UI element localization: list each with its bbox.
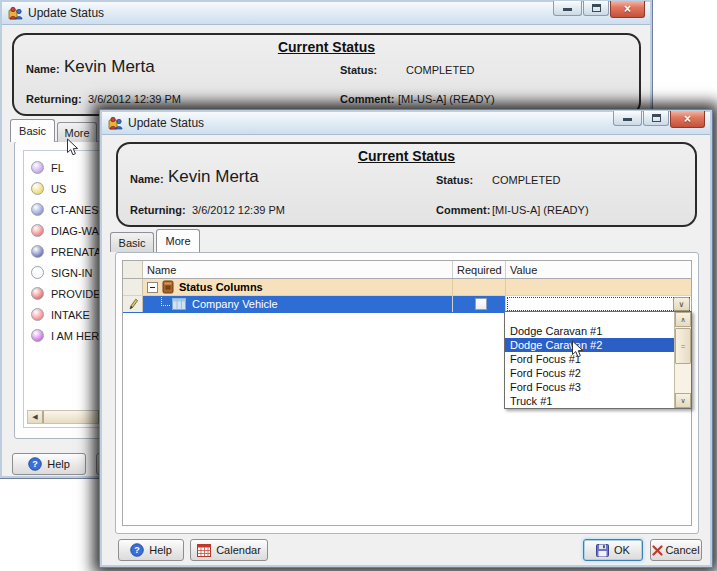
status-color-dot (31, 182, 44, 195)
status-list-item-label: US (51, 183, 66, 195)
ok-button-label: OK (614, 544, 630, 556)
status-list-item-label: FL (51, 162, 64, 174)
ok-button[interactable]: OK (583, 539, 643, 561)
dropdown-option[interactable]: Dodge Caravan #1 (505, 324, 674, 338)
maximize-button[interactable] (583, 1, 609, 16)
dropdown-option[interactable] (505, 312, 674, 324)
group-row-status-columns[interactable]: Status Columns (123, 279, 691, 296)
window-title: Update Status (128, 116, 204, 130)
calendar-button-label: Calendar (216, 544, 261, 556)
help-button-label: Help (47, 458, 70, 470)
current-status-heading: Current Status (14, 39, 639, 55)
row-indicator-cell (123, 296, 143, 312)
svg-text:?: ? (134, 545, 140, 555)
scroll-down-button[interactable]: ∨ (675, 393, 691, 408)
status-color-dot (31, 245, 44, 258)
name-value: Kevin Merta (168, 167, 259, 187)
tab-more[interactable]: More (57, 122, 97, 142)
status-columns-group-icon (162, 280, 174, 294)
group-row-label: Status Columns (179, 281, 263, 293)
cancel-button[interactable]: Cancel (650, 539, 702, 561)
titlebar[interactable]: Update Status × (2, 2, 650, 25)
window-title: Update Status (28, 6, 104, 20)
dropdown-option[interactable]: Ford Focus #1 (505, 352, 674, 366)
comment-label: Comment: (340, 93, 394, 105)
close-icon: × (684, 113, 691, 125)
name-label: Name: (26, 63, 60, 75)
scroll-down-icon: ∨ (680, 397, 685, 405)
help-icon: ? (130, 543, 144, 557)
comment-value: [MI-US-A] (READY) (492, 204, 589, 216)
tab-basic[interactable]: Basic (110, 232, 154, 252)
status-color-dot (31, 329, 44, 342)
column-item-icon (172, 298, 186, 310)
scroll-left-icon: ◀ (32, 413, 37, 421)
save-icon (596, 544, 609, 557)
dropdown-option[interactable]: Dodge Caravan #2 (505, 338, 674, 352)
returning-value: 3/6/2012 12:39 PM (88, 93, 181, 105)
vscroll-thumb[interactable]: = (675, 328, 691, 364)
dropdown-option[interactable]: Ford Focus #3 (505, 380, 674, 394)
maximize-button[interactable] (643, 111, 669, 126)
combo-arrow-button[interactable]: ∨ (673, 297, 690, 311)
returning-value: 3/6/2012 12:39 PM (192, 204, 285, 216)
calendar-button[interactable]: Calendar (190, 539, 268, 561)
status-list-item-label: INTAKE (51, 309, 90, 321)
tab-more[interactable]: More (156, 229, 200, 252)
minimize-icon (563, 8, 572, 11)
grid-header-value[interactable]: Value (506, 261, 691, 278)
returning-label: Returning: (130, 204, 186, 216)
status-color-dot (31, 308, 44, 321)
grid-header-name[interactable]: Name (143, 261, 453, 278)
status-color-dot (31, 161, 44, 174)
grid-header-indicator (123, 261, 143, 278)
status-color-dot (31, 266, 44, 279)
tree-connector (161, 297, 170, 306)
item-row-name: Company Vehicle (192, 298, 278, 310)
status-color-dot (31, 203, 44, 216)
minimize-icon (623, 118, 632, 121)
calendar-icon (197, 544, 211, 557)
name-label: Name: (130, 173, 164, 185)
scroll-left-button[interactable]: ◀ (28, 411, 43, 423)
close-button[interactable]: × (610, 1, 645, 18)
value-cell[interactable]: ∨ (506, 296, 691, 312)
help-button[interactable]: ? Help (12, 453, 86, 475)
comment-value: [MI-US-A] (READY) (398, 93, 495, 105)
titlebar[interactable]: Update Status × (102, 112, 710, 135)
grid-header-row: Name Required Value (123, 261, 691, 279)
dropdown-list: Dodge Caravan #1Dodge Caravan #2Ford Foc… (505, 312, 674, 408)
dropdown-option[interactable]: Truck #1 (505, 394, 674, 408)
grid-header-required[interactable]: Required (453, 261, 506, 278)
scroll-up-button[interactable]: ∧ (675, 312, 691, 327)
collapse-expander-icon[interactable] (147, 282, 158, 293)
required-cell (453, 296, 506, 312)
scroll-up-icon: ∧ (680, 316, 685, 324)
maximize-icon (592, 4, 601, 12)
close-icon: × (624, 3, 631, 15)
minimize-button[interactable] (613, 111, 642, 126)
status-label: Status: (340, 64, 377, 76)
status-value: COMPLETED (406, 64, 474, 76)
help-button[interactable]: ? Help (118, 539, 184, 561)
svg-text:?: ? (32, 459, 38, 469)
app-icon (8, 6, 23, 20)
status-list-item-label: SIGN-IN (51, 267, 93, 279)
current-status-panel: Current Status Name: Kevin Merta Returni… (116, 142, 697, 227)
cancel-x-icon (652, 545, 663, 556)
minimize-button[interactable] (553, 1, 582, 16)
status-value: COMPLETED (492, 174, 560, 186)
close-button[interactable]: × (670, 111, 705, 128)
dropdown-scrollbar[interactable]: ∧ = ∨ (674, 312, 691, 408)
maximize-icon (652, 114, 661, 122)
hscroll-thumb[interactable] (43, 411, 99, 423)
dropdown-option[interactable]: Ford Focus #2 (505, 366, 674, 380)
comment-label: Comment: (436, 204, 490, 216)
current-status-heading: Current Status (118, 148, 695, 164)
returning-label: Returning: (26, 93, 82, 105)
tab-basic[interactable]: Basic (10, 119, 55, 142)
required-checkbox[interactable] (475, 298, 487, 310)
app-icon (108, 116, 123, 130)
status-color-dot (31, 287, 44, 300)
current-status-panel: Current Status Name: Kevin Merta Returni… (12, 33, 641, 116)
